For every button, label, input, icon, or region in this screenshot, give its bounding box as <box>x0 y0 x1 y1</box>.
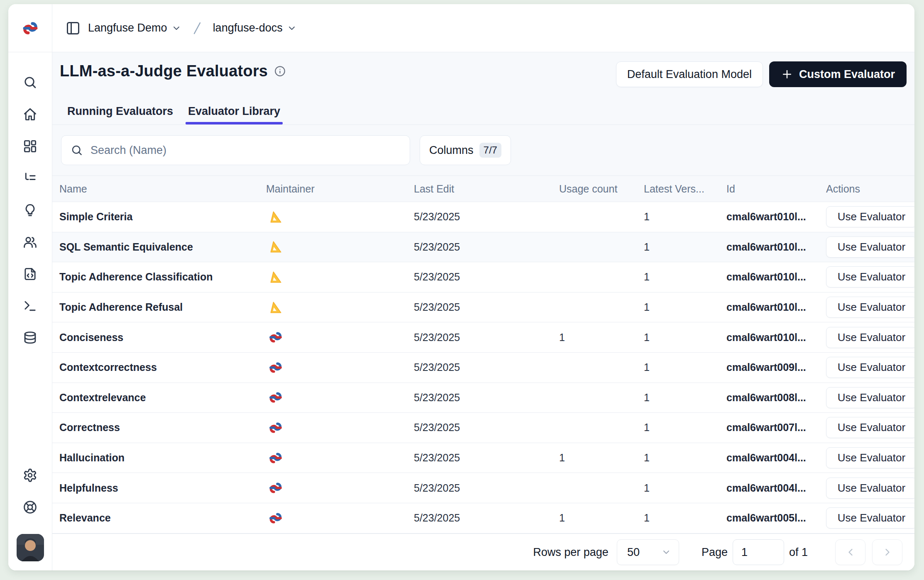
ruler-icon <box>266 270 414 284</box>
playground-icon <box>23 299 37 313</box>
use-evaluator-button[interactable]: Use Evaluator <box>826 447 914 468</box>
tab-evaluator-library[interactable]: Evaluator Library <box>187 99 281 124</box>
use-evaluator-button[interactable]: Use Evaluator <box>826 206 914 227</box>
table-row[interactable]: Topic Adherence Refusal5/23/20251cmal6wa… <box>52 292 914 323</box>
knot-icon <box>21 20 39 37</box>
cell-id: cmal6wart010l... <box>726 301 826 313</box>
cell-id: cmal6wart010l... <box>726 271 826 283</box>
table-row[interactable]: Relevance5/23/202511cmal6wart005l...Use … <box>52 503 914 534</box>
sidebar-item-datasets[interactable] <box>16 322 44 354</box>
column-header-maintainer[interactable]: Maintainer <box>266 183 414 195</box>
next-page-button[interactable] <box>872 539 902 565</box>
cell-date: 5/23/2025 <box>414 512 559 524</box>
langfuse-logo[interactable] <box>8 4 52 52</box>
cell-date: 5/23/2025 <box>414 422 559 434</box>
column-header-name[interactable]: Name <box>59 183 266 195</box>
org-name: Langfuse Demo <box>88 22 167 34</box>
users-icon <box>23 235 37 249</box>
page-label: Page <box>702 546 728 559</box>
sidebar-item-search[interactable] <box>16 66 44 98</box>
cell-version: 1 <box>644 392 726 404</box>
use-evaluator-button[interactable]: Use Evaluator <box>826 507 914 529</box>
cell-id: cmal6wart004l... <box>726 482 826 494</box>
use-evaluator-button[interactable]: Use Evaluator <box>826 266 914 288</box>
sidebar-item-users[interactable] <box>16 226 44 258</box>
user-avatar[interactable] <box>17 534 44 561</box>
search-icon <box>71 144 83 156</box>
sidebar-item-tracing[interactable] <box>16 162 44 194</box>
sidebar-item-support[interactable] <box>16 491 44 523</box>
use-evaluator-button[interactable]: Use Evaluator <box>826 236 914 258</box>
table-row[interactable]: Topic Adherence Classification5/23/20251… <box>52 262 914 292</box>
knot-icon <box>266 481 414 495</box>
use-evaluator-button[interactable]: Use Evaluator <box>826 327 914 348</box>
knot-icon <box>266 451 414 465</box>
sidebar-nav-items <box>16 66 44 354</box>
sidebar-item-home[interactable] <box>16 98 44 130</box>
cell-version: 1 <box>644 211 726 223</box>
actions-cell: Use Evaluator <box>826 266 914 288</box>
use-evaluator-button[interactable]: Use Evaluator <box>826 478 914 499</box>
project-switcher[interactable]: langfuse-docs <box>213 22 297 34</box>
column-header-id[interactable]: Id <box>726 183 826 195</box>
page-total: of 1 <box>789 546 808 559</box>
cell-name: Contextcorrectness <box>59 361 266 373</box>
chevron-down-icon <box>287 23 297 33</box>
cell-name: Correctness <box>59 422 266 434</box>
cell-version: 1 <box>644 452 726 464</box>
use-evaluator-button[interactable]: Use Evaluator <box>826 357 914 378</box>
settings-icon <box>23 468 37 483</box>
info-icon[interactable] <box>274 66 286 77</box>
table-row[interactable]: Conciseness5/23/202511cmal6wart010l...Us… <box>52 322 914 353</box>
tab-bar: Running Evaluators Evaluator Library <box>66 99 281 124</box>
org-switcher[interactable]: Langfuse Demo <box>88 22 181 34</box>
actions-cell: Use Evaluator <box>826 447 914 468</box>
use-evaluator-button[interactable]: Use Evaluator <box>826 297 914 318</box>
column-header-last-edit[interactable]: Last Edit <box>414 183 559 195</box>
ruler-icon <box>266 300 414 314</box>
columns-label: Columns <box>429 144 474 157</box>
rows-per-page-select[interactable]: 50 <box>617 539 679 565</box>
sidebar-bottom-items <box>16 459 44 523</box>
cell-date: 5/23/2025 <box>414 452 559 464</box>
table-row[interactable]: Contextcorrectness5/23/20251cmal6wart009… <box>52 353 914 383</box>
columns-button[interactable]: Columns 7/7 <box>420 135 511 165</box>
breadcrumb: Langfuse Demo langfuse-docs <box>52 4 297 52</box>
actions-cell: Use Evaluator <box>826 478 914 499</box>
chevron-down-icon <box>171 23 181 33</box>
panel-left-icon <box>66 21 81 36</box>
breadcrumb-slash-icon <box>191 21 203 36</box>
custom-evaluator-button[interactable]: Custom Evaluator <box>769 61 907 87</box>
sidebar-item-evaluation[interactable] <box>16 194 44 226</box>
search-input[interactable] <box>90 144 401 157</box>
sidebar-item-prompts[interactable] <box>16 258 44 290</box>
cell-name: Contextrelevance <box>59 392 266 404</box>
table-row[interactable]: Correctness5/23/20251cmal6wart007l...Use… <box>52 413 914 443</box>
use-evaluator-button[interactable]: Use Evaluator <box>826 387 914 408</box>
sidebar-item-dashboard[interactable] <box>16 130 44 162</box>
cell-usage: 1 <box>559 452 644 464</box>
table-row[interactable]: Helpfulness5/23/20251cmal6wart004l...Use… <box>52 473 914 503</box>
column-header-actions: Actions <box>826 183 914 195</box>
actions-cell: Use Evaluator <box>826 387 914 408</box>
cell-version: 1 <box>644 422 726 434</box>
default-evaluation-model-button[interactable]: Default Evaluation Model <box>616 61 763 87</box>
tracing-icon <box>23 171 37 185</box>
knot-icon <box>266 421 414 435</box>
main-content: LLM-as-a-Judge Evaluators Default Evalua… <box>52 52 914 570</box>
column-header-latest-version[interactable]: Latest Vers... <box>644 183 726 195</box>
tab-running-evaluators[interactable]: Running Evaluators <box>66 99 174 124</box>
actions-cell: Use Evaluator <box>826 206 914 227</box>
sidebar-toggle-button[interactable] <box>64 19 82 37</box>
table-row[interactable]: Hallucination5/23/202511cmal6wart004l...… <box>52 443 914 473</box>
actions-cell: Use Evaluator <box>826 327 914 348</box>
column-header-usage-count[interactable]: Usage count <box>559 183 644 195</box>
table-row[interactable]: Contextrelevance5/23/20251cmal6wart008l.… <box>52 383 914 413</box>
table-row[interactable]: SQL Semantic Equivalence5/23/20251cmal6w… <box>52 232 914 263</box>
use-evaluator-button[interactable]: Use Evaluator <box>826 417 914 438</box>
previous-page-button[interactable] <box>835 539 865 565</box>
page-number-input[interactable] <box>733 539 784 565</box>
table-row[interactable]: Simple Criteria5/23/20251cmal6wart010l..… <box>52 202 914 232</box>
sidebar-item-settings[interactable] <box>16 459 44 491</box>
sidebar-item-playground[interactable] <box>16 290 44 322</box>
